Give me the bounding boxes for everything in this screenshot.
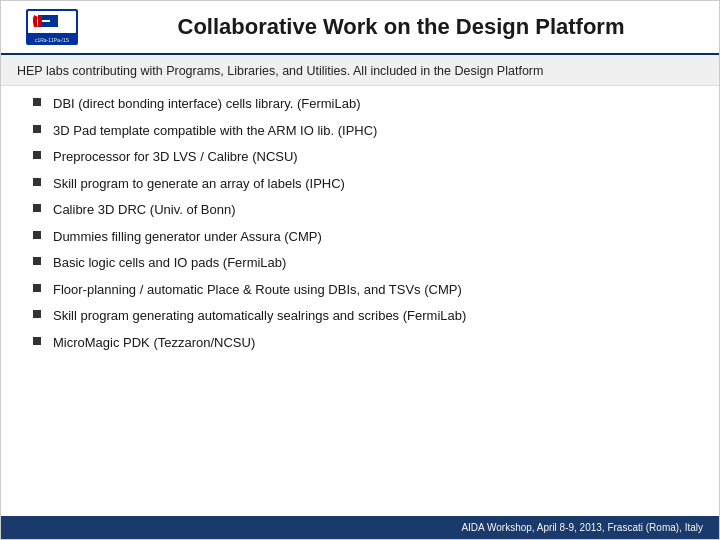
bullet-text: Skill program to generate an array of la… xyxy=(53,174,345,194)
bullet-text: DBI (direct bonding interface) cells lib… xyxy=(53,94,361,114)
svg-rect-5 xyxy=(50,15,54,27)
app-container: c1Ra-11Pa-/1S Collaborative Work on the … xyxy=(0,0,720,540)
svg-rect-2 xyxy=(38,15,42,27)
bullet-text: Dummies filling generator under Assura (… xyxy=(53,227,322,247)
bullet-icon xyxy=(33,178,41,186)
content-area: DBI (direct bonding interface) cells lib… xyxy=(1,86,719,516)
bullet-icon xyxy=(33,151,41,159)
bullet-icon xyxy=(33,125,41,133)
bullet-text: Basic logic cells and IO pads (FermiLab) xyxy=(53,253,286,273)
footer-text: AIDA Workshop, April 8-9, 2013, Frascati… xyxy=(461,522,703,533)
page-title: Collaborative Work on the Design Platfor… xyxy=(99,14,703,40)
list-item: MicroMagic PDK (Tezzaron/NCSU) xyxy=(33,333,695,353)
list-item: Basic logic cells and IO pads (FermiLab) xyxy=(33,253,695,273)
bullet-text: Floor-planning / automatic Place & Route… xyxy=(53,280,462,300)
list-item: Calibre 3D DRC (Univ. of Bonn) xyxy=(33,200,695,220)
bullet-text: 3D Pad template compatible with the ARM … xyxy=(53,121,377,141)
list-item: Preprocessor for 3D LVS / Calibre (NCSU) xyxy=(33,147,695,167)
list-item: Skill program generating automatically s… xyxy=(33,306,695,326)
list-item: Dummies filling generator under Assura (… xyxy=(33,227,695,247)
bullet-icon xyxy=(33,337,41,345)
cmp-logo: c1Ra-11Pa-/1S xyxy=(26,9,78,45)
svg-rect-4 xyxy=(42,22,50,27)
bullet-icon xyxy=(33,257,41,265)
list-item: 3D Pad template compatible with the ARM … xyxy=(33,121,695,141)
header: c1Ra-11Pa-/1S Collaborative Work on the … xyxy=(1,1,719,55)
bullet-icon xyxy=(33,204,41,212)
subtitle-bar: HEP labs contributing with Programs, Lib… xyxy=(1,55,719,86)
list-item: Floor-planning / automatic Place & Route… xyxy=(33,280,695,300)
bullet-icon xyxy=(33,284,41,292)
list-item: Skill program to generate an array of la… xyxy=(33,174,695,194)
svg-rect-3 xyxy=(42,15,50,20)
bullet-text: Preprocessor for 3D LVS / Calibre (NCSU) xyxy=(53,147,298,167)
logo-area: c1Ra-11Pa-/1S xyxy=(17,9,87,45)
svg-text:c1Ra-11Pa-/1S: c1Ra-11Pa-/1S xyxy=(35,37,70,43)
footer: AIDA Workshop, April 8-9, 2013, Frascati… xyxy=(1,516,719,539)
svg-rect-7 xyxy=(54,21,58,27)
bullet-icon xyxy=(33,231,41,239)
bullet-text: MicroMagic PDK (Tezzaron/NCSU) xyxy=(53,333,255,353)
subtitle-text: HEP labs contributing with Programs, Lib… xyxy=(17,64,543,78)
bullet-icon xyxy=(33,310,41,318)
list-item: DBI (direct bonding interface) cells lib… xyxy=(33,94,695,114)
bullet-text: Skill program generating automatically s… xyxy=(53,306,466,326)
bullet-text: Calibre 3D DRC (Univ. of Bonn) xyxy=(53,200,236,220)
svg-rect-6 xyxy=(54,15,58,21)
bullet-icon xyxy=(33,98,41,106)
